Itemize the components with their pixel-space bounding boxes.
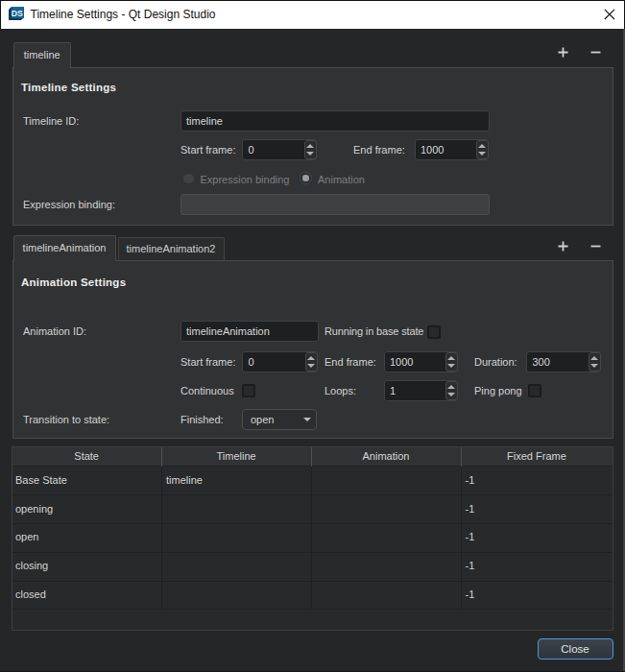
svg-text:DS: DS bbox=[12, 9, 23, 18]
